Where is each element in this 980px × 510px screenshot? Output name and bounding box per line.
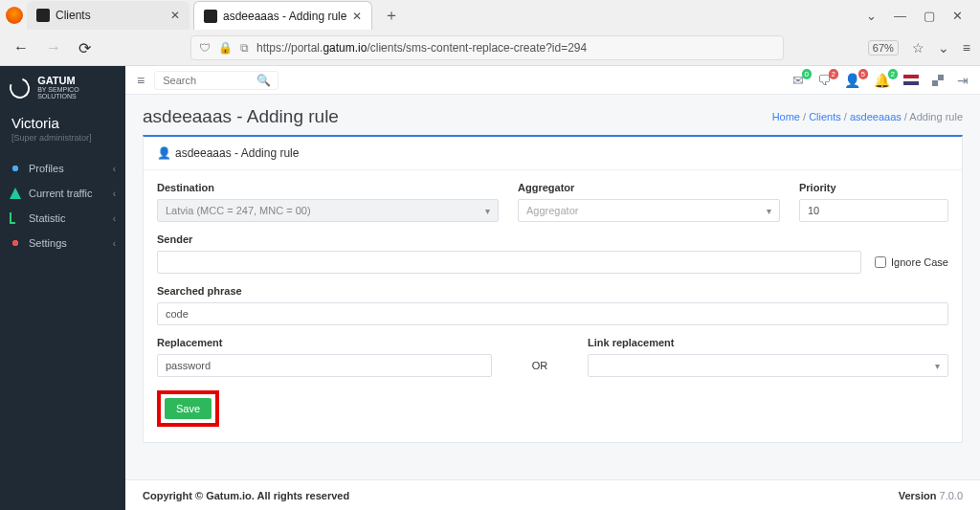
footer-version-label: Version	[899, 490, 940, 501]
bookmark-icon[interactable]: ☆	[912, 40, 924, 55]
chevron-left-icon: ‹	[113, 213, 116, 224]
tab-title: Clients	[56, 9, 91, 22]
brand-subtitle: BY SEMPICO SOLUTIONS	[37, 86, 116, 100]
priority-label: Priority	[799, 182, 948, 193]
tab-title: asdeeaaas - Adding rule	[223, 10, 346, 23]
url-text: https://portal.gatum.io/clients/sms-cont…	[256, 41, 587, 55]
zoom-indicator[interactable]: 67%	[868, 40, 899, 55]
searched-phrase-label: Searched phrase	[157, 285, 948, 297]
back-button[interactable]: ←	[10, 39, 33, 56]
sidebar-item-current-traffic[interactable]: Current traffic ‹	[0, 181, 125, 206]
browser-tab[interactable]: asdeeaaas - Adding rule ✕	[193, 1, 372, 30]
ignore-case-checkbox[interactable]: Ignore Case	[875, 256, 948, 268]
indicator-icon[interactable]: 👤5	[844, 73, 860, 88]
ignore-case-input[interactable]	[875, 256, 886, 268]
shield-icon: 🛡	[199, 41, 211, 55]
tab-favicon	[204, 10, 217, 23]
sidebar-item-profiles[interactable]: Profiles ‹	[0, 156, 125, 181]
chevron-left-icon: ‹	[113, 238, 116, 249]
close-window-icon[interactable]: ✕	[952, 9, 963, 23]
statistic-icon	[10, 212, 21, 224]
save-button[interactable]: Save	[165, 398, 212, 419]
topbar: ≡ 🔍 ✉0 🗨2 👤5 🔔2 ⇥	[125, 66, 980, 95]
settings-icon	[10, 237, 21, 249]
breadcrumb: Home / Clients / asdeeaaas / Adding rule	[772, 111, 963, 122]
search-icon[interactable]: 🔍	[256, 74, 271, 87]
aggregator-label: Aggregator	[518, 182, 780, 193]
username: Victoria	[0, 105, 125, 133]
firefox-icon	[6, 7, 23, 24]
menu-icon[interactable]: ≡	[963, 40, 970, 55]
brand: GATUM BY SEMPICO SOLUTIONS	[0, 66, 125, 105]
destination-select[interactable]: Latvia (MCC = 247, MNC = 00) ▾	[157, 199, 499, 222]
sidebar-item-label: Statistic	[29, 212, 66, 224]
language-flag-icon[interactable]	[903, 75, 919, 85]
tab-favicon	[36, 9, 50, 22]
sidebar-item-statistic[interactable]: Statistic ‹	[0, 206, 125, 231]
indicator-icon[interactable]: 🗨2	[817, 73, 831, 88]
save-highlight: Save	[157, 390, 219, 427]
form-card: 👤asdeeaaas - Adding rule Destination Lat…	[143, 135, 963, 443]
minimize-icon[interactable]: —	[894, 9, 906, 23]
sidebar: GATUM BY SEMPICO SOLUTIONS Victoria [Sup…	[0, 66, 125, 510]
browser-chrome: Clients ✕ asdeeaaas - Adding rule ✕ ＋ ⌄ …	[0, 0, 980, 66]
browser-tab[interactable]: Clients ✕	[27, 1, 189, 30]
searched-phrase-input[interactable]	[157, 302, 948, 325]
chevron-down-icon: ▾	[767, 206, 771, 216]
replacement-input[interactable]	[157, 354, 492, 377]
close-icon[interactable]: ✕	[170, 9, 180, 22]
pocket-icon[interactable]: ⌄	[938, 40, 949, 55]
menu-toggle-icon[interactable]: ≡	[137, 73, 145, 88]
search-box[interactable]: 🔍	[154, 71, 278, 90]
traffic-icon	[10, 188, 21, 199]
profiles-icon	[10, 163, 21, 174]
sender-label: Sender	[157, 233, 948, 245]
new-tab-button[interactable]: ＋	[376, 6, 407, 26]
breadcrumb-home[interactable]: Home	[772, 111, 800, 122]
chevron-down-icon[interactable]: ⌄	[866, 9, 877, 23]
breadcrumb-current: Adding rule	[909, 111, 963, 122]
priority-input[interactable]	[799, 199, 948, 222]
search-input[interactable]	[163, 75, 249, 86]
main-content: ≡ 🔍 ✉0 🗨2 👤5 🔔2 ⇥ asdeeaaas - Adding rul…	[125, 66, 980, 510]
sender-input[interactable]	[157, 251, 861, 274]
breadcrumb-client[interactable]: asdeeaaas	[850, 111, 902, 122]
user-icon: 👤	[157, 146, 171, 160]
indicator-icon[interactable]: ✉0	[792, 73, 804, 88]
footer: Copyright © Gatum.io. All rights reserve…	[125, 479, 980, 510]
page-title: asdeeaaas - Adding rule	[143, 106, 339, 127]
brand-name: GATUM	[37, 76, 116, 86]
replacement-label: Replacement	[157, 337, 492, 348]
sidebar-item-label: Profiles	[29, 163, 64, 174]
aggregator-select[interactable]: Aggregator ▾	[518, 199, 780, 222]
or-label: OR	[530, 360, 549, 377]
user-role: [Super administrator]	[0, 133, 125, 156]
footer-copyright: Copyright © Gatum.io. All rights reserve…	[143, 490, 349, 501]
indicator-icon[interactable]: 🔔2	[874, 73, 890, 88]
forward-button: →	[42, 39, 65, 56]
sidebar-item-label: Current traffic	[29, 188, 92, 199]
lock-icon: 🔒	[218, 41, 233, 55]
chevron-left-icon: ‹	[113, 188, 116, 199]
link-replacement-label: Link replacement	[588, 337, 948, 348]
permissions-icon: ⧉	[240, 41, 249, 55]
reload-button[interactable]: ⟳	[75, 39, 95, 57]
link-replacement-select[interactable]: ▾	[588, 354, 948, 377]
close-icon[interactable]: ✕	[352, 10, 362, 23]
sidebar-item-settings[interactable]: Settings ‹	[0, 231, 125, 255]
logo-icon	[6, 74, 33, 101]
breadcrumb-clients[interactable]: Clients	[809, 111, 841, 122]
aggregator-placeholder: Aggregator	[526, 205, 578, 216]
chevron-down-icon: ▾	[485, 206, 490, 216]
address-bar[interactable]: 🛡 🔒 ⧉ https://portal.gatum.io/clients/sm…	[190, 35, 784, 60]
chevron-left-icon: ‹	[113, 164, 116, 174]
destination-value: Latvia (MCC = 247, MNC = 00)	[166, 205, 311, 216]
chevron-down-icon: ▾	[935, 361, 940, 371]
sidebar-item-label: Settings	[29, 237, 67, 249]
destination-label: Destination	[157, 182, 499, 193]
card-header: 👤asdeeaaas - Adding rule	[144, 137, 962, 170]
apps-grid-icon[interactable]	[932, 75, 944, 86]
footer-version: 7.0.0	[940, 490, 963, 501]
maximize-icon[interactable]: ▢	[924, 9, 935, 23]
logout-icon[interactable]: ⇥	[957, 73, 969, 88]
